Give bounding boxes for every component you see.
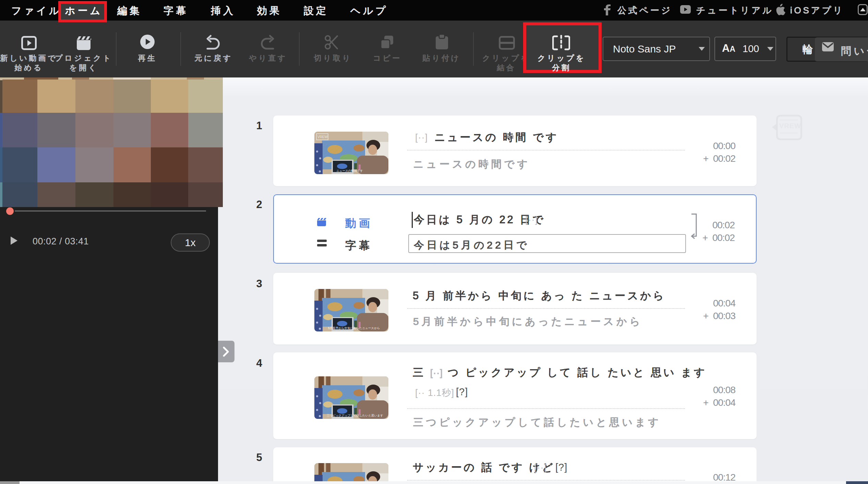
svg-text:VREW: VREW <box>317 135 328 139</box>
svg-text:ニュースの時間です: ニュースの時間です <box>336 169 363 172</box>
svg-text:5月前半から中旬にあったニュースから: 5月前半から中旬にあったニュースから <box>328 326 380 330</box>
svg-text:三つピックアップして話したいと思います: 三つピックアップして話したいと思います <box>327 414 383 417</box>
